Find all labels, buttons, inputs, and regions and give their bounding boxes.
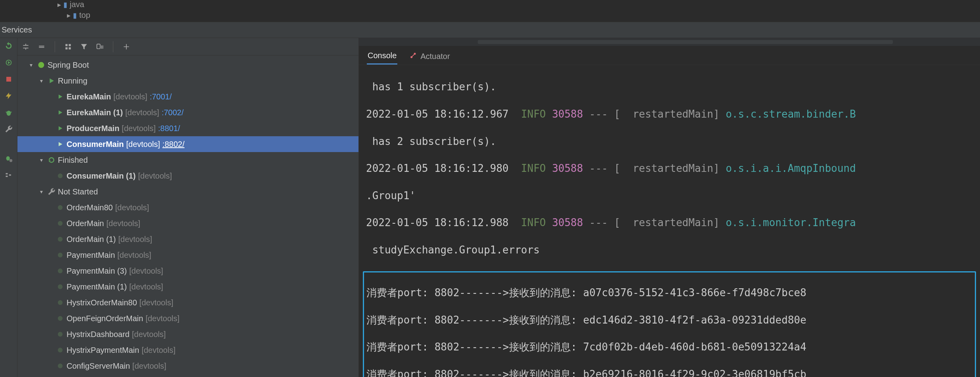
tree-leaf-openfeign[interactable]: OpenFeignOrderMain [devtools] (17, 310, 358, 326)
svg-rect-8 (6, 176, 8, 177)
app-name: OrderMain (1) (67, 235, 116, 244)
tree-node-notstarted[interactable]: ▾ Not Started (17, 184, 358, 200)
services-tool-window-header[interactable]: Services (0, 22, 980, 38)
run-gutter (0, 38, 17, 377)
tab-console[interactable]: Console (367, 47, 397, 65)
tab-actuator[interactable]: Actuator (408, 48, 450, 65)
log-line: has 1 subscriber(s). (366, 80, 973, 93)
devtools-badge: [devtools] (138, 171, 172, 181)
devtools-badge: [devtools] (132, 330, 166, 339)
svg-rect-1 (6, 77, 11, 82)
tree-leaf-configsrv[interactable]: ConfigServerMain [devtools] (17, 358, 358, 374)
app-name: PaymentMain (1) (67, 282, 127, 291)
app-port[interactable]: :7001/ (150, 92, 172, 101)
devtools-badge: [devtools] (145, 314, 179, 323)
spring-dim-icon (56, 220, 64, 227)
log-line: 消费者port: 8802------->接收到的消息: b2e69216-80… (366, 367, 972, 377)
svg-rect-10 (65, 44, 67, 46)
filter-icon[interactable] (80, 42, 88, 51)
services-tree: ▾ Spring Boot ▾ Running EurekaMain [devt… (17, 55, 358, 377)
debug-icon[interactable] (4, 108, 14, 117)
refresh-icon (48, 156, 55, 164)
svg-point-24 (58, 316, 63, 321)
tree-leaf-hystrixpay[interactable]: HystrixPaymentMain [devtools] (17, 342, 358, 358)
spring-dim-icon (56, 362, 64, 369)
tree-leaf-producer[interactable]: ProducerMain [devtools] :8801/ (17, 120, 358, 136)
tree-node-springboot[interactable]: ▾ Spring Boot (17, 57, 358, 73)
app-port[interactable]: :8802/ (162, 140, 185, 149)
tree-leaf-order[interactable]: OrderMain [devtools] (17, 215, 358, 231)
chevron-down-icon: ▾ (37, 157, 45, 163)
devtools-badge: [devtools] (106, 219, 140, 228)
tree-leaf-payment[interactable]: PaymentMain [devtools] (17, 247, 358, 263)
tree-leaf-hystrixorder[interactable]: HystrixOrderMain80 [devtools] (17, 295, 358, 310)
tree-leaf-order80[interactable]: OrderMain80 [devtools] (17, 200, 358, 215)
app-port[interactable]: :8801/ (158, 124, 180, 133)
editor-scroll-strip (359, 38, 980, 46)
wrench-icon[interactable] (4, 124, 14, 134)
horizontal-scrollbar[interactable] (478, 40, 893, 44)
rerun-icon[interactable] (4, 41, 14, 51)
group-icon[interactable] (95, 42, 104, 51)
app-name: HystrixDashboard (67, 330, 130, 339)
layout-icon[interactable] (4, 170, 14, 180)
devtools-badge: [devtools] (115, 203, 149, 212)
app-name: ProducerMain (67, 124, 119, 133)
project-folder-top[interactable]: ▸ ▮ top (67, 11, 90, 20)
tab-label: Actuator (420, 52, 450, 61)
services-toolbar (17, 38, 358, 55)
project-folder-java[interactable]: ▸ ▮ java (57, 0, 90, 9)
log-line: 消费者port: 8802------->接收到的消息: a07c0376-51… (366, 286, 972, 299)
node-label: Running (58, 76, 88, 86)
run-bug-icon[interactable] (4, 58, 14, 67)
devtools-badge: [devtools] (141, 346, 175, 355)
spring-dim-icon (56, 251, 64, 259)
tree-leaf-eureka1[interactable]: EurekaMain [devtools] :7001/ (17, 89, 358, 105)
wrench-icon (48, 188, 55, 196)
log-line: 2022-01-05 18:16:12.980 INFO 30588 --- [… (366, 162, 973, 175)
app-name: HystrixPaymentMain (67, 346, 139, 355)
devtools-badge: [devtools] (129, 267, 163, 276)
chevron-down-icon: ▾ (27, 62, 35, 68)
log-line: 2022-01-05 18:16:12.967 INFO 30588 --- [… (366, 107, 973, 121)
svg-rect-12 (65, 47, 67, 49)
svg-point-15 (38, 62, 44, 68)
svg-point-17 (58, 205, 63, 210)
expand-all-icon[interactable] (21, 42, 30, 51)
svg-rect-14 (97, 44, 100, 49)
app-port[interactable]: :7002/ (162, 108, 184, 117)
devtools-badge: [devtools] (117, 251, 151, 260)
tree-leaf-consumer[interactable]: ConsumerMain [devtools] :8802/ (17, 136, 358, 152)
svg-point-2 (6, 110, 11, 116)
tree-leaf-eureka2[interactable]: EurekaMain (1) [devtools] :7002/ (17, 105, 358, 120)
console-output[interactable]: has 1 subscriber(s). 2022-01-05 18:16:12… (359, 65, 980, 377)
grid-icon[interactable] (64, 42, 72, 51)
tree-leaf-payment3[interactable]: PaymentMain (3) [devtools] (17, 263, 358, 279)
tree-node-finished[interactable]: ▾ Finished (17, 152, 358, 168)
devtools-badge: [devtools] (132, 362, 166, 371)
log-line: has 2 subscriber(s). (366, 135, 973, 148)
spring-dim-icon (56, 172, 64, 179)
devtools-badge: [devtools] (113, 92, 147, 101)
node-label: Finished (58, 156, 88, 165)
chevron-right-icon: ▸ (67, 11, 71, 20)
spring-dim-icon (56, 283, 64, 290)
tree-leaf-consumer1[interactable]: ConsumerMain (1) [devtools] (17, 168, 358, 184)
app-name: EurekaMain (1) (67, 108, 123, 117)
app-name: HystrixOrderMain80 (67, 298, 137, 307)
folder-icon: ▮ (73, 11, 77, 20)
app-name: OpenFeignOrderMain (67, 314, 143, 323)
devtools-badge: [devtools] (129, 282, 163, 291)
tree-leaf-payment1[interactable]: PaymentMain (1) [devtools] (17, 279, 358, 295)
add-icon[interactable] (122, 42, 131, 51)
tree-leaf-hystrixdash[interactable]: HystrixDashboard [devtools] (17, 326, 358, 342)
svg-rect-9 (9, 174, 11, 175)
tree-node-running[interactable]: ▾ Running (17, 73, 358, 89)
services-label: Services (2, 25, 32, 34)
lightning-icon[interactable] (4, 91, 14, 101)
tree-leaf-order1[interactable]: OrderMain (1) [devtools] (17, 231, 358, 247)
debug-config-icon[interactable] (4, 154, 14, 163)
log-line: 消费者port: 8802------->接收到的消息: 7cd0f02b-d4… (366, 340, 972, 354)
stop-icon[interactable] (4, 74, 14, 84)
collapse-all-icon[interactable] (37, 42, 46, 51)
